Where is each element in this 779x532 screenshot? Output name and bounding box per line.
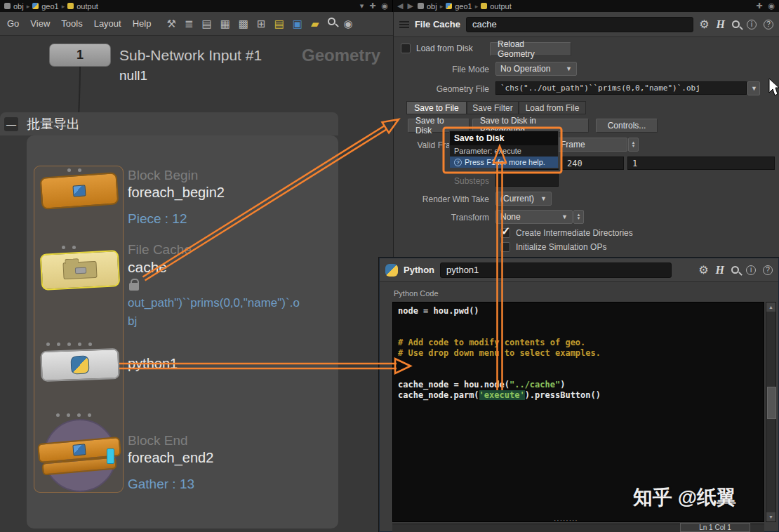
grid-small-icon[interactable]: ▩	[239, 18, 248, 30]
pin-icon[interactable]: ✚	[369, 1, 375, 11]
scrollbar-thumb[interactable]	[767, 387, 776, 419]
path-item-obj[interactable]: obj	[13, 2, 24, 11]
path-item-output[interactable]: output	[76, 2, 98, 11]
code-scrollbar[interactable]: ▲ ▼	[766, 302, 776, 522]
history-back-icon[interactable]: ◀	[397, 1, 404, 11]
menu-go[interactable]: Go	[7, 18, 19, 29]
python-node[interactable]	[40, 348, 119, 382]
tooltip-help-text: Press F1 for more help.	[465, 158, 545, 166]
reload-geometry-button[interactable]: Reload Geometry	[490, 42, 571, 56]
node-name-input[interactable]	[440, 262, 672, 278]
network-box-header[interactable]: — 批量导出	[0, 112, 338, 135]
subnet-input-node[interactable]: 1	[49, 44, 111, 67]
houdini-help-icon[interactable]: H	[717, 18, 725, 31]
menu-layout[interactable]: Layout	[94, 18, 121, 29]
python-code-label: Python Code	[394, 289, 439, 298]
search-icon[interactable]	[731, 266, 739, 274]
help-icon[interactable]: ?	[764, 20, 773, 29]
houdini-window: obj ▸ geo1 ▸ output ▾ ✚ ◉ ◀ ▶ obj ▸ geo1…	[0, 0, 779, 532]
geometry-file-label: Geometry File	[394, 84, 489, 94]
network-box-title: 批量导出	[27, 115, 80, 133]
path-item-obj[interactable]: obj	[427, 2, 437, 11]
file-mode-dropdown[interactable]: No Operation▼	[495, 62, 577, 76]
obj-icon	[418, 3, 424, 9]
search-icon[interactable]	[328, 18, 335, 25]
houdini-help-icon[interactable]: H	[716, 264, 724, 277]
list-icon[interactable]: ≣	[185, 18, 194, 30]
info-icon[interactable]: i	[746, 265, 756, 275]
transform-label: Transform	[394, 213, 489, 222]
panel-menu-icon[interactable]	[399, 21, 409, 28]
scroll-up-icon[interactable]: ▲	[766, 302, 775, 312]
info-icon[interactable]: i	[747, 20, 757, 29]
sticky-note-icon[interactable]: ▤	[274, 18, 284, 30]
frame-spinner[interactable]: ▲▼	[628, 138, 639, 152]
transform-dropdown[interactable]: None▼	[495, 210, 573, 224]
tooltip-parameter: Parameter: execute	[450, 145, 558, 157]
geometry-file-menu-button[interactable]: ▼	[747, 81, 760, 95]
pin-icon[interactable]: ✚	[756, 1, 762, 11]
tab-strip: Save to File Save Filter Load from File	[394, 101, 779, 114]
panel-title: File Cache	[415, 19, 460, 29]
path-dropdown-icon[interactable]: ▾	[360, 1, 364, 11]
menu-help[interactable]: Help	[133, 18, 152, 29]
output-icon	[481, 3, 487, 9]
create-intermediate-directories-checkbox[interactable]	[500, 228, 510, 238]
node-name-input[interactable]	[466, 17, 693, 32]
path-item-geo1[interactable]: geo1	[455, 2, 472, 11]
node-type-label: Block Begin	[128, 168, 198, 183]
substeps-input[interactable]	[495, 173, 559, 187]
geometry-file-input[interactable]	[495, 81, 747, 95]
path-bar-right: ◀ ▶ obj ▸ geo1 ▸ output ✚ ◉	[393, 0, 779, 12]
node-connectors	[46, 343, 92, 346]
tab-save-to-file[interactable]: Save to File	[406, 101, 467, 114]
target-icon[interactable]: ◉	[768, 1, 775, 11]
search-icon[interactable]	[732, 20, 740, 28]
load-from-disk-checkbox[interactable]	[401, 44, 411, 53]
geo-icon	[446, 3, 452, 9]
tab-load-from-file[interactable]: Load from File	[519, 101, 586, 114]
network-editor[interactable]: 1 Sub-Network Input #1 null1 Geometry — …	[0, 36, 393, 532]
gear-icon[interactable]: ⚙	[698, 263, 708, 277]
collapse-box-button[interactable]: —	[4, 117, 18, 131]
notes-icon[interactable]: ⊞	[257, 18, 266, 30]
image-icon[interactable]: ▣	[293, 18, 302, 30]
node-connectors	[62, 246, 76, 249]
python-logo-icon	[385, 264, 398, 277]
node-meta-label: Gather : 13	[128, 477, 194, 492]
tools-icon[interactable]: ⚒	[166, 18, 175, 30]
tab-save-filter[interactable]: Save Filter	[467, 101, 519, 114]
book-icon[interactable]: ▤	[201, 18, 211, 30]
code-text[interactable]: node = hou.pwd() # Add code to modify co…	[398, 306, 601, 401]
save-to-disk-tooltip: Save to Disk Parameter: execute ? Press …	[449, 131, 559, 168]
frame-end-input[interactable]	[562, 157, 624, 170]
initialize-simulation-ops-checkbox[interactable]	[500, 242, 510, 252]
path-item-output[interactable]: output	[490, 2, 512, 11]
network-menubar: Go View Tools Layout Help ⚒ ≣ ▤ ▦ ▩ ⊞ ▤ …	[0, 12, 393, 36]
path-separator-icon: ▸	[440, 3, 444, 10]
history-forward-icon[interactable]: ▶	[407, 1, 414, 11]
path-item-geo1[interactable]: geo1	[41, 2, 58, 11]
controls-button[interactable]: Controls...	[596, 119, 658, 133]
node-type-label: File Cache	[128, 242, 192, 258]
scroll-down-icon[interactable]: ▼	[766, 512, 775, 521]
transform-spinner[interactable]: ▲▼	[573, 210, 584, 224]
menu-tools[interactable]: Tools	[61, 18, 82, 29]
load-from-disk-row: Load from Disk	[401, 44, 473, 53]
menu-view[interactable]: View	[30, 18, 50, 29]
display-flag-icon[interactable]	[107, 448, 114, 464]
overview-eye-icon[interactable]: ◉	[344, 18, 353, 30]
null-node-name: null1	[119, 68, 147, 84]
gear-icon[interactable]: ⚙	[699, 18, 709, 31]
foreach-begin-node[interactable]	[40, 172, 119, 210]
render-with-take-dropdown[interactable]: (Current)▼	[495, 192, 552, 206]
target-icon[interactable]: ◉	[381, 1, 388, 11]
line-column-indicator: Ln 1 Col 1	[680, 523, 750, 532]
help-icon[interactable]: ?	[763, 265, 773, 275]
folder-icon[interactable]: ▰	[311, 18, 319, 30]
frame-inc-input[interactable]	[627, 157, 775, 170]
grid-large-icon[interactable]: ▦	[220, 18, 230, 30]
file-cache-node[interactable]	[40, 250, 121, 291]
geometry-cube-icon	[72, 185, 86, 197]
node-connectors	[56, 413, 91, 417]
